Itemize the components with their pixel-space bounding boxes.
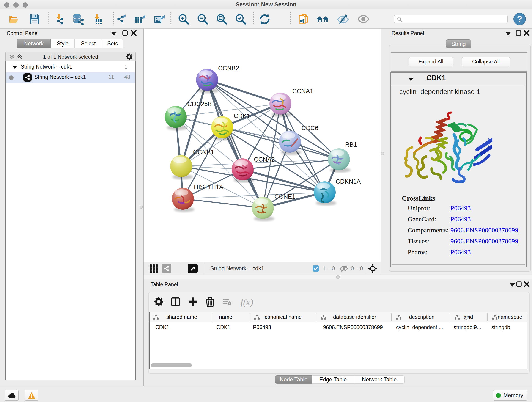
svg-text:HIST1H1A: HIST1H1A	[194, 184, 223, 191]
svg-text:RB1: RB1	[345, 141, 357, 148]
svg-text:CDKN1A: CDKN1A	[336, 178, 361, 185]
svg-text:CCNB2: CCNB2	[218, 65, 239, 72]
svg-text:CCNB1: CCNB1	[193, 149, 214, 156]
svg-text:CDC6: CDC6	[302, 125, 318, 132]
svg-text:CCNA2: CCNA2	[254, 156, 275, 163]
svg-text:CCNE1: CCNE1	[274, 193, 296, 200]
svg-text:?: ?	[517, 14, 522, 24]
svg-text:CDC25B: CDC25B	[187, 101, 212, 108]
svg-text:CDK1: CDK1	[234, 113, 250, 119]
svg-text:CCNA1: CCNA1	[292, 88, 313, 95]
